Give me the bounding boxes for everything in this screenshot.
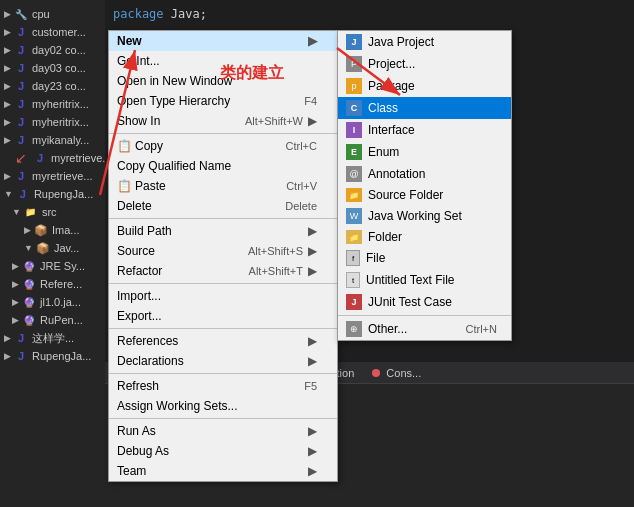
menu-item-source[interactable]: Source Alt+Shift+S ▶ (109, 241, 337, 261)
menu-item-refresh[interactable]: Refresh F5 (109, 376, 337, 396)
menu-separator (109, 328, 337, 329)
submenu-item-junit-test-case[interactable]: J JUnit Test Case (338, 291, 511, 313)
jar-icon: 🔮 (21, 294, 37, 310)
source-folder-icon: 📁 (346, 188, 362, 202)
untitled-file-icon: t (346, 272, 360, 288)
submenu-item-interface[interactable]: I Interface (338, 119, 511, 141)
folder-icon: 📁 (346, 230, 362, 244)
menu-item-debug-as[interactable]: Debug As ▶ (109, 441, 337, 461)
java-icon: J (13, 42, 29, 58)
menu-item-team[interactable]: Team ▶ (109, 461, 337, 481)
menu-separator (109, 218, 337, 219)
submenu-separator (338, 315, 511, 316)
sidebar-item-day23[interactable]: ▶ J day23 co... (0, 77, 105, 95)
sidebar-item-ima[interactable]: ▶ 📦 Ima... (0, 221, 105, 239)
copy-icon: 📋 (117, 139, 135, 153)
sidebar-item-myheritrix1[interactable]: ▶ J myheritrix... (0, 95, 105, 113)
arrow-icon: ▶ (308, 464, 317, 478)
sidebar-item-myretrieve2[interactable]: ▶ J myretrieve... (0, 167, 105, 185)
java-icon: J (13, 96, 29, 112)
menu-item-open-type-hierarchy[interactable]: Open Type Hierarchy F4 (109, 91, 337, 111)
submenu-item-untitled-text-file[interactable]: t Untitled Text File (338, 269, 511, 291)
menu-separator (109, 133, 337, 134)
arrow-icon: ▶ (308, 114, 317, 128)
menu-item-new[interactable]: New ▶ (109, 31, 337, 51)
submenu-item-folder[interactable]: 📁 Folder (338, 227, 511, 247)
paste-icon: 📋 (117, 179, 135, 193)
annotation-icon: @ (346, 166, 362, 182)
sidebar: ▶ 🔧 cpu ▶ J customer... ▶ J day02 co... … (0, 0, 105, 507)
submenu-item-file[interactable]: f File (338, 247, 511, 269)
enum-icon: E (346, 144, 362, 160)
java-icon: J (13, 348, 29, 364)
sidebar-item-cpu[interactable]: ▶ 🔧 cpu (0, 5, 105, 23)
menu-item-delete[interactable]: Delete Delete (109, 196, 337, 216)
sidebar-item-zheyangxue[interactable]: ▶ J 这样学... (0, 329, 105, 347)
sidebar-item-rupengja2[interactable]: ▶ J RupengJa... (0, 347, 105, 365)
submenu-item-java-working-set[interactable]: W Java Working Set (338, 205, 511, 227)
menu-item-refactor[interactable]: Refactor Alt+Shift+T ▶ (109, 261, 337, 281)
junit-icon: J (346, 294, 362, 310)
sidebar-item-myretrieve1[interactable]: ▶ ↙ J myretrieve... (0, 149, 105, 167)
java-icon: J (13, 132, 29, 148)
submenu-item-project[interactable]: P Project... (338, 53, 511, 75)
chinese-annotation: 类的建立 (220, 63, 284, 84)
submenu-item-java-project[interactable]: J Java Project (338, 31, 511, 53)
submenu-item-annotation[interactable]: @ Annotation (338, 163, 511, 185)
submenu-item-package[interactable]: p Package (338, 75, 511, 97)
arrow-icon: ↙ (13, 150, 29, 166)
arrow-icon: ▶ (308, 424, 317, 438)
arrow-icon: ▶ (308, 224, 317, 238)
submenu-item-source-folder[interactable]: 📁 Source Folder (338, 185, 511, 205)
menu-item-show-in[interactable]: Show In Alt+Shift+W ▶ (109, 111, 337, 131)
menu-item-references[interactable]: References ▶ (109, 331, 337, 351)
sidebar-item-jl1[interactable]: ▶ 🔮 jl1.0.ja... (0, 293, 105, 311)
menu-item-build-path[interactable]: Build Path ▶ (109, 221, 337, 241)
menu-item-export[interactable]: Export... (109, 306, 337, 326)
other-icon: ⊕ (346, 321, 362, 337)
menu-separator (109, 283, 337, 284)
arrow-icon: ▶ (308, 264, 317, 278)
interface-icon: I (346, 122, 362, 138)
menu-item-import[interactable]: Import... (109, 286, 337, 306)
file-icon: f (346, 250, 360, 266)
java-icon: J (13, 78, 29, 94)
cpu-icon: 🔧 (13, 6, 29, 22)
submenu-item-class[interactable]: C Class (338, 97, 511, 119)
tab-cons[interactable]: Cons... (368, 365, 425, 381)
jar-icon: 🔮 (21, 312, 37, 328)
sidebar-item-myikanaly[interactable]: ▶ J myikanaly... (0, 131, 105, 149)
project-icon: P (346, 56, 362, 72)
sidebar-item-jre[interactable]: ▶ 🔮 JRE Sy... (0, 257, 105, 275)
submenu-new[interactable]: J Java Project P Project... p Package C … (337, 30, 512, 341)
package-icon: 📦 (35, 240, 51, 256)
submenu-item-enum[interactable]: E Enum (338, 141, 511, 163)
java-icon: J (15, 186, 31, 202)
cons-dot (372, 369, 380, 377)
menu-item-copy[interactable]: 📋 Copy Ctrl+C (109, 136, 337, 156)
arrow-icon: ▶ (308, 34, 317, 48)
sidebar-item-rupen[interactable]: ▶ 🔮 RuPen... (0, 311, 105, 329)
menu-item-copy-qualified[interactable]: Copy Qualified Name (109, 156, 337, 176)
sidebar-item-jav[interactable]: ▼ 📦 Jav... (0, 239, 105, 257)
menu-item-paste[interactable]: 📋 Paste Ctrl+V (109, 176, 337, 196)
sidebar-item-myheritrix2[interactable]: ▶ J myheritrix... (0, 113, 105, 131)
arrow-icon: ▶ (308, 244, 317, 258)
sidebar-item-src[interactable]: ▼ 📁 src (0, 203, 105, 221)
menu-separator (109, 418, 337, 419)
src-icon: 📁 (23, 204, 39, 220)
sidebar-item-customer[interactable]: ▶ J customer... (0, 23, 105, 41)
jar-icon: 🔮 (21, 276, 37, 292)
menu-item-assign-working-sets[interactable]: Assign Working Sets... (109, 396, 337, 416)
sidebar-item-rupengja[interactable]: ▼ J RupengJa... (0, 185, 105, 203)
menu-item-run-as[interactable]: Run As ▶ (109, 421, 337, 441)
context-menu[interactable]: New ▶ Go Int... Open in New Window Open … (108, 30, 338, 482)
arrow-icon: ▶ (308, 334, 317, 348)
sidebar-item-refere[interactable]: ▶ 🔮 Refere... (0, 275, 105, 293)
submenu-item-other[interactable]: ⊕ Other... Ctrl+N (338, 318, 511, 340)
java-icon: J (13, 24, 29, 40)
sidebar-item-day03[interactable]: ▶ J day03 co... (0, 59, 105, 77)
sidebar-item-day02[interactable]: ▶ J day02 co... (0, 41, 105, 59)
menu-item-declarations[interactable]: Declarations ▶ (109, 351, 337, 371)
java-icon: J (13, 114, 29, 130)
